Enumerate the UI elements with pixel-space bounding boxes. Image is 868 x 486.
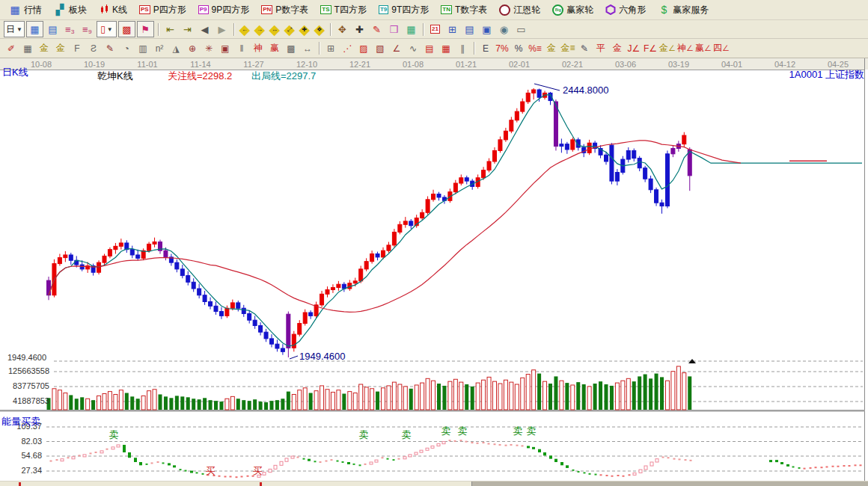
draw-tool-gold-lines[interactable]: 金≡: [560, 41, 575, 56]
calendar-button[interactable]: 21: [427, 22, 443, 37]
draw-tool-fan-box[interactable]: ▨: [356, 41, 371, 56]
flag-tool-button[interactable]: ⚑: [137, 21, 154, 37]
pattern-tool-button[interactable]: ▩: [118, 21, 135, 37]
candle-style-button[interactable]: ▯▼: [97, 21, 117, 37]
menu-item-yingjiafuwu[interactable]: $赢家服务: [652, 1, 715, 19]
volume-bar: [108, 392, 111, 410]
draw-tool-shen-angle[interactable]: 神∠: [677, 41, 694, 56]
draw-tool-pen-angle[interactable]: ✎: [577, 41, 592, 56]
draw-tool-gold-grid-2[interactable]: 金: [53, 41, 68, 56]
nav-first-button[interactable]: ⇤: [162, 22, 178, 37]
draw-tool-e-bars[interactable]: E: [478, 41, 493, 56]
menu-item-kxian[interactable]: K线: [93, 1, 133, 19]
info-panel-button[interactable]: ▤: [45, 22, 61, 37]
draw-tool-wave-tool[interactable]: ∿: [406, 41, 421, 56]
draw-tool-circle-4[interactable]: ◔: [119, 41, 134, 56]
volume-bar: [58, 390, 61, 410]
menu-item-hangqing[interactable]: ▦行情: [3, 1, 48, 19]
zoom-all-button[interactable]: ◆✚: [297, 22, 312, 37]
candle: [655, 190, 658, 203]
draw-tool-si-angle[interactable]: 四∠: [713, 41, 730, 56]
draw-tool-j-angle[interactable]: J∠: [626, 41, 641, 56]
hand-tool-button[interactable]: ✥: [334, 22, 350, 37]
candle: [147, 244, 151, 250]
draw-tool-pen-draw[interactable]: ✎: [103, 41, 117, 56]
menu-item-9t-sifangxing[interactable]: T99T四方形: [373, 1, 435, 19]
zoom-right-button[interactable]: ◆→: [252, 22, 267, 37]
menu-item-liujiaoxing[interactable]: 六角形: [599, 1, 652, 19]
notebook-button[interactable]: ▤: [462, 22, 477, 37]
menu-item-p-sifangxing[interactable]: PSP四方形: [133, 1, 192, 19]
overlay-9-button[interactable]: ≡₉: [79, 22, 95, 37]
overlay-3-button[interactable]: ≡₃: [62, 22, 78, 37]
shape-tool-button[interactable]: ❒: [386, 22, 402, 37]
draw-tool-angle-mirror[interactable]: ◮: [168, 41, 183, 56]
draw-tool-box-fan[interactable]: ▧: [373, 41, 388, 56]
draw-tool-gold-grid-1[interactable]: 金: [37, 41, 52, 56]
scrollbar-thumb[interactable]: [471, 482, 868, 486]
draw-tool-dense-grid-2[interactable]: ▩: [284, 41, 299, 56]
menu-item-p-shuzibiao[interactable]: PNP数字表: [255, 1, 314, 19]
zoom-left-button[interactable]: ◆←: [237, 22, 252, 37]
draw-tool-pic-grid[interactable]: ▣: [218, 41, 233, 56]
draw-tool-percent[interactable]: %: [511, 41, 526, 56]
pen-tool-button[interactable]: ✎: [369, 22, 385, 37]
nav-prev-button[interactable]: ◀: [197, 22, 213, 37]
draw-tool-dense-grid[interactable]: ▥: [135, 41, 150, 56]
draw-tool-seven-pct[interactable]: 7%: [495, 41, 510, 56]
menu-item-9p-sifangxing[interactable]: P99P四方形: [192, 1, 255, 19]
overview-grid-button[interactable]: ▦: [26, 21, 43, 37]
draw-tool-f-angle[interactable]: F∠: [643, 41, 658, 56]
draw-tool-f-grid[interactable]: F: [70, 41, 85, 56]
volume-bar: [655, 374, 658, 410]
indicator-bar: [117, 445, 120, 447]
horizontal-scrollbar[interactable]: [0, 481, 868, 486]
snapshot-button[interactable]: ◉: [496, 22, 512, 37]
menu-item-yingjialun[interactable]: Big赢家轮: [546, 1, 599, 19]
draw-tool-gold-circle[interactable]: 金: [544, 41, 559, 56]
volume-bar: [421, 383, 424, 410]
draw-tool-gold-red[interactable]: 金: [610, 41, 625, 56]
draw-tool-ying-grid[interactable]: 赢: [267, 41, 282, 56]
draw-tool-n-square[interactable]: n²: [152, 41, 167, 56]
draw-tool-percent-lines[interactable]: %≡: [528, 41, 542, 56]
t-sifangxing-label: T四方形: [334, 4, 367, 16]
draw-tool-red-grid[interactable]: ▤: [422, 41, 437, 56]
symbol-label: 1A0001 上证指数: [789, 70, 864, 79]
draw-tool-brush-tool[interactable]: ✐: [4, 41, 19, 56]
cross-tool-button[interactable]: ✚: [352, 22, 367, 37]
draw-tool-ping-tool[interactable]: 平: [593, 41, 608, 56]
zoom-fit-button[interactable]: ◆❖: [312, 22, 327, 37]
draw-tool-k-quote[interactable]: ǁ: [234, 41, 249, 56]
print-button[interactable]: ▭: [513, 22, 529, 37]
menu-item-bankuai[interactable]: ▞板块: [48, 1, 93, 19]
chart-canvas[interactable]: 卖买买卖卖卖卖卖卖: [0, 58, 868, 481]
hangqing-icon: ▦: [9, 4, 21, 15]
calculator-button[interactable]: ⊞: [444, 22, 460, 37]
draw-tool-gold-angle[interactable]: 金∠: [659, 41, 676, 56]
zoom-horizontal-button[interactable]: ◆↔: [267, 22, 282, 37]
draw-tool-shen-grid[interactable]: 神: [251, 41, 266, 56]
menu-item-t-sifangxing[interactable]: TST四方形: [314, 1, 373, 19]
draw-tool-red-grid-2[interactable]: ▦: [438, 41, 453, 56]
zoom-expand-button[interactable]: ◆⤢: [282, 22, 297, 37]
candle: [264, 332, 268, 339]
menu-item-jiangenlun[interactable]: 江恩轮: [493, 1, 546, 19]
nav-next-button[interactable]: ▶: [214, 22, 230, 37]
draw-tool-spiral-tool[interactable]: Ƨ: [86, 41, 101, 56]
draw-tool-circle-cross[interactable]: ⊕: [185, 41, 200, 56]
candle: [270, 339, 274, 344]
draw-tool-angle-line[interactable]: ∠: [389, 41, 404, 56]
block-tool-button[interactable]: ▦: [403, 22, 419, 37]
draw-tool-ying-angle[interactable]: 赢∠: [695, 41, 712, 56]
draw-tool-grid-tool[interactable]: ▦: [20, 41, 35, 56]
menu-item-t-shuzibiao[interactable]: TNT数字表: [435, 1, 493, 19]
draw-tool-star-web[interactable]: ✳: [201, 41, 216, 56]
save-button[interactable]: ▣: [479, 22, 495, 37]
draw-tool-box-grid[interactable]: ⊞: [323, 41, 338, 56]
period-selector-button[interactable]: 日▼: [4, 21, 25, 37]
draw-tool-gann-fan[interactable]: ⋰: [340, 41, 355, 56]
draw-tool-width-arrows[interactable]: ↔: [300, 41, 315, 56]
draw-tool-parallel-lines[interactable]: ∥: [455, 41, 470, 56]
nav-last-button[interactable]: ⇥: [180, 22, 195, 37]
